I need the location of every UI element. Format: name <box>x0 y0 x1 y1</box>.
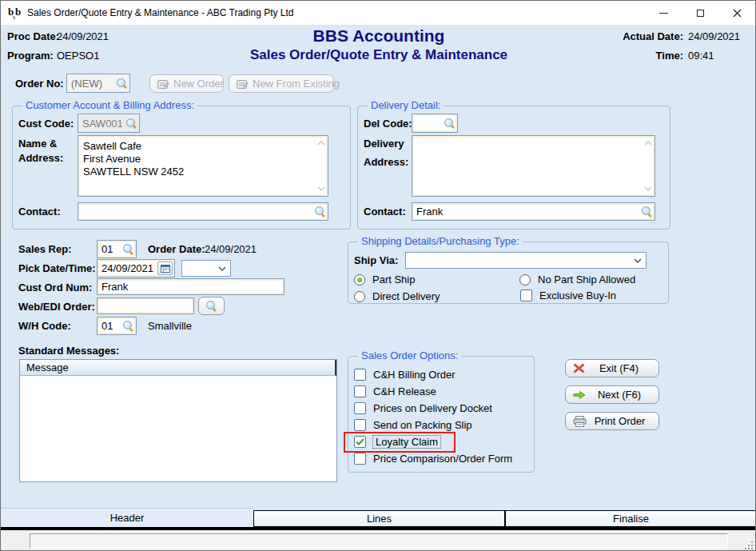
maximize-button[interactable] <box>682 1 718 25</box>
order-no-label: Order No: <box>15 78 64 90</box>
radio-direct-delivery[interactable]: Direct Delivery <box>354 290 440 302</box>
radio-no-part-ship-label: No Part Ship Allowed <box>538 274 635 285</box>
app-window: b s b Sales Order/Quote Entry & Maintena… <box>0 0 756 551</box>
actual-date-label: Actual Date: <box>616 30 683 42</box>
ship-via-select[interactable] <box>405 252 647 269</box>
window-title: Sales Order/Quote Entry & Maintenance - … <box>27 1 294 25</box>
billing-contact-input[interactable] <box>78 204 315 219</box>
web-edi-lookup-icon <box>206 301 217 311</box>
exclusive-buy-in-label: Exclusive Buy-In <box>539 289 616 301</box>
cust-ord-num-label: Cust Ord Num: <box>18 281 92 293</box>
order-lookup-icon[interactable] <box>117 78 127 89</box>
checkbox-prices-on-delivery-docket[interactable]: Prices on Delivery Docket <box>354 402 492 414</box>
delivery-group-title: Delivery Detail: <box>368 99 444 111</box>
resize-grip-icon[interactable] <box>743 540 754 550</box>
cust-ord-num-input[interactable] <box>97 279 284 294</box>
calendar-button[interactable] <box>157 262 173 275</box>
next-button[interactable]: Next (F6) <box>565 385 659 404</box>
del-code-input[interactable] <box>412 116 444 131</box>
radio-no-part-ship[interactable]: No Part Ship Allowed <box>519 274 635 285</box>
scroll-up-icon[interactable] <box>644 141 652 146</box>
pick-date-input[interactable] <box>97 261 157 276</box>
exit-button[interactable]: Exit (F4) <box>565 359 659 377</box>
radio-part-ship[interactable]: Part Ship <box>354 274 415 285</box>
web-edi-field-wrap <box>97 297 194 314</box>
delivery-address-textarea[interactable] <box>415 138 641 194</box>
chevron-down-icon <box>634 258 642 263</box>
wh-code-label: W/H Code: <box>18 320 71 332</box>
order-no-input[interactable] <box>67 76 117 91</box>
standard-messages-label: Standard Messages: <box>18 345 119 357</box>
exit-button-label: Exit (F4) <box>589 362 659 374</box>
new-order-button[interactable]: New Order <box>149 74 224 93</box>
delivery-contact-lookup-icon[interactable] <box>642 206 652 217</box>
customer-group-title: Customer Account & Billing Address: <box>22 99 197 111</box>
shipping-group-title: Shipping Details/Purchasing Type: <box>358 235 523 247</box>
web-edi-input[interactable] <box>97 298 193 313</box>
new-from-existing-label: New From Existing <box>253 78 349 90</box>
chevron-down-icon <box>218 266 226 271</box>
del-code-lookup-icon[interactable] <box>444 118 455 129</box>
time-value: 09:41 <box>688 50 714 62</box>
close-button[interactable] <box>718 1 755 25</box>
close-icon <box>733 9 742 18</box>
printer-icon <box>573 416 587 427</box>
del-code-field-wrap <box>412 114 458 133</box>
checkbox-icon <box>354 453 366 465</box>
exit-icon <box>573 363 585 373</box>
scroll-down-icon[interactable] <box>644 186 652 191</box>
wh-code-input[interactable] <box>97 318 123 333</box>
radio-part-ship-label: Part Ship <box>372 274 415 285</box>
delivery-contact-input[interactable] <box>412 204 642 219</box>
order-no-field-wrap <box>66 74 130 93</box>
new-from-existing-button[interactable]: New From Existing <box>229 74 334 93</box>
standard-messages-list[interactable]: Message <box>19 359 337 482</box>
tab-lines[interactable]: Lines <box>253 510 505 527</box>
name-address-textarea[interactable]: Sawtell Cafe First Avenue SAWTELL NSW 24… <box>81 138 314 194</box>
wh-code-lookup-icon[interactable] <box>123 321 133 331</box>
print-order-button[interactable]: Print Order <box>565 412 659 430</box>
pick-date-field-wrap <box>97 259 175 277</box>
checkbox-ch-release[interactable]: C&H Release <box>354 385 436 397</box>
sales-rep-input[interactable] <box>97 242 123 257</box>
pick-date-time-label: Pick Date/Time: <box>18 262 96 274</box>
message-column-header-label: Message <box>26 361 69 373</box>
new-from-existing-icon <box>237 79 249 89</box>
cust-code-lookup-icon[interactable] <box>126 118 137 129</box>
checkbox-icon <box>354 419 366 431</box>
cust-code-label: Cust Code: <box>18 118 74 130</box>
status-bar <box>1 530 755 551</box>
ship-via-label: Ship Via: <box>354 254 398 266</box>
message-column-header[interactable]: Message <box>20 360 336 376</box>
new-order-icon <box>157 79 169 89</box>
minimize-button[interactable] <box>645 1 682 25</box>
checkbox-send-on-packing-slip[interactable]: Send on Packing Slip <box>354 419 472 431</box>
name-address-area-wrap: Sawtell Cafe First Avenue SAWTELL NSW 24… <box>78 135 328 197</box>
delivery-address-label-1: Delivery <box>364 138 404 150</box>
sales-rep-lookup-icon[interactable] <box>123 244 133 254</box>
checkbox-ch-billing-order[interactable]: C&H Billing Order <box>354 369 456 381</box>
cust-code-input[interactable] <box>78 116 126 131</box>
delivery-address-area-wrap <box>412 135 655 197</box>
next-arrow-icon <box>573 390 586 400</box>
price-comparison-label: Price Comparison/Order Form <box>373 453 512 465</box>
svg-text:b: b <box>15 6 21 18</box>
time-label: Time: <box>616 50 683 62</box>
checkbox-exclusive-buy-in[interactable]: Exclusive Buy-In <box>520 289 616 301</box>
wh-code-field-wrap <box>97 317 137 335</box>
checkbox-price-comparison[interactable]: Price Comparison/Order Form <box>354 453 512 465</box>
scroll-up-icon[interactable] <box>317 141 325 146</box>
app-logo-icon: b s b <box>7 5 23 21</box>
scroll-down-icon[interactable] <box>317 186 325 191</box>
web-edi-lookup-button[interactable] <box>198 297 225 315</box>
checkbox-icon <box>354 385 366 397</box>
pick-time-select[interactable] <box>181 260 231 277</box>
prices-on-delivery-docket-label: Prices on Delivery Docket <box>373 402 492 414</box>
billing-contact-lookup-icon[interactable] <box>315 206 325 217</box>
delivery-contact-field-wrap <box>412 202 655 221</box>
billing-contact-field-wrap <box>78 202 328 221</box>
radio-direct-delivery-label: Direct Delivery <box>372 290 440 302</box>
tab-finalise[interactable]: Finalise <box>505 510 756 527</box>
tab-header[interactable]: Header <box>1 508 253 527</box>
checkbox-icon <box>354 369 366 381</box>
